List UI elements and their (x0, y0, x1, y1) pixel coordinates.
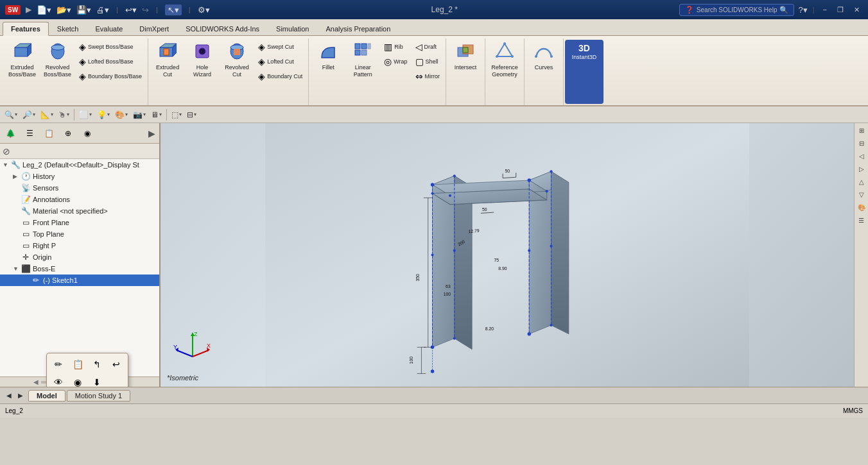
model-tab[interactable]: Model (28, 390, 65, 402)
rp-btn-7[interactable]: 🎨 (856, 201, 867, 213)
mirror-icon: ⇔ (415, 71, 423, 81)
sensors-item[interactable]: ▶ 📡 Sensors (0, 182, 159, 194)
ctx-props-btn[interactable]: 📋 (69, 356, 87, 373)
rp-btn-8[interactable]: ☰ (856, 214, 867, 226)
boundary-cut-btn[interactable]: ◈ Boundary Cut (255, 69, 306, 83)
linear-pattern-btn[interactable]: LinearPattern (346, 40, 379, 81)
history-icon: 🕐 (21, 172, 31, 181)
rib-btn[interactable]: ▥ Rib (381, 40, 410, 54)
close-btn[interactable]: ✕ (851, 4, 863, 15)
undo-btn[interactable]: ↩▾ (125, 5, 137, 15)
tab-features[interactable]: Features (3, 22, 49, 36)
ptab-configmanager[interactable]: 📋 (40, 125, 58, 142)
material-item[interactable]: ▶ 🔧 Material <not specified> (0, 205, 159, 217)
motion-study-tab[interactable]: Motion Study 1 (67, 390, 130, 402)
vt-scene-btn[interactable]: 📷▾ (131, 108, 148, 121)
tab-simulation[interactable]: Simulation (268, 22, 317, 35)
svg-text:12.79: 12.79 (468, 228, 480, 233)
ptab-propertymanager[interactable]: ☰ (21, 125, 39, 142)
rp-btn-6[interactable]: ▽ (856, 189, 867, 200)
origin-item[interactable]: ▶ ✛ Origin (0, 251, 159, 263)
filter-icon[interactable]: ⊘ (3, 146, 10, 156)
open-btn[interactable]: 📂▾ (56, 5, 71, 15)
shell-btn[interactable]: ▢ Shell (412, 55, 444, 69)
tab-sketch[interactable]: Sketch (49, 22, 87, 35)
hole-wizard-btn[interactable]: HoleWizard (186, 40, 219, 81)
top-plane-item[interactable]: ▶ ▭ Top Plane (0, 228, 159, 240)
ctx-view-btn[interactable]: ◉ (69, 374, 87, 387)
ctx-undo-btn[interactable]: ↩ (107, 356, 125, 373)
vt-expand-btn[interactable]: ⬚▾ (169, 108, 184, 121)
rp-btn-2[interactable]: ⊟ (856, 137, 867, 149)
swept-cut-btn[interactable]: ◈ Swept Cut (255, 40, 306, 54)
vt-display-btn[interactable]: 🖥▾ (149, 108, 164, 121)
redo-btn[interactable]: ↪ (142, 5, 149, 15)
front-plane-item[interactable]: ▶ ▭ Front Plane (0, 217, 159, 228)
vt-color-btn[interactable]: 🎨▾ (113, 108, 130, 121)
restore-btn[interactable]: ❐ (834, 4, 847, 15)
minimize-btn[interactable]: − (820, 4, 830, 15)
extruded-cut-btn[interactable]: ExtrudedCut (151, 40, 184, 81)
viewport[interactable]: 50 50 12.79 200 75 8.90 63 100 8.20 (161, 123, 854, 387)
lofted-boss-base-btn[interactable]: ◈ Lofted Boss/Base (76, 55, 145, 69)
select-btn[interactable]: ↖▾ (165, 4, 182, 15)
instant3d-btn[interactable]: 3D Instant3D (568, 41, 601, 63)
ctx-eye-btn[interactable]: 👁 (49, 374, 67, 387)
vt-cursor-btn[interactable]: 🖱▾ (56, 108, 71, 121)
bnav-right[interactable]: ▶ (15, 391, 26, 401)
revolved-boss-base-btn[interactable]: RevolvedBoss/Base (40, 40, 74, 81)
tab-analysis-prep[interactable]: Analysis Preparation (317, 22, 399, 35)
group-ref-geom: ReferenceGeometry (485, 38, 525, 105)
tree-root[interactable]: ▼ 🔧 Leg_2 (Default<<Default>_Display St (0, 159, 159, 171)
title-arrow[interactable]: ▶ (26, 5, 31, 14)
extruded-boss-base-btn[interactable]: ExtrudedBoss/Base (5, 40, 39, 81)
fillet-btn[interactable]: Fillet (311, 40, 345, 74)
reference-geometry-btn[interactable]: ReferenceGeometry (488, 40, 521, 81)
bnav-left[interactable]: ◀ (4, 391, 14, 401)
vt-split-btn[interactable]: ⊟▾ (185, 108, 198, 121)
history-item[interactable]: ▶ 🕐 History (0, 171, 159, 182)
options-btn[interactable]: ⚙▾ (198, 5, 210, 15)
revolved-boss-base-label: RevolvedBoss/Base (44, 64, 71, 78)
swept-boss-base-btn[interactable]: ◈ Swept Boss/Base (76, 40, 145, 54)
tab-evaluate[interactable]: Evaluate (87, 22, 132, 35)
ptab-display[interactable]: ◉ (78, 125, 96, 142)
bottom-nav: ◀ ▶ (1, 391, 28, 401)
ctx-down-btn[interactable]: ⬇ (88, 374, 106, 387)
status-left: Leg_2 (5, 407, 23, 414)
rp-btn-4[interactable]: ▷ (856, 163, 867, 174)
vt-cube-btn[interactable]: ⬜▾ (77, 108, 94, 121)
boundary-boss-base-btn[interactable]: ◈ Boundary Boss/Base (76, 69, 145, 83)
vt-light-btn[interactable]: 💡▾ (95, 108, 112, 121)
wrap-btn[interactable]: ◎ Wrap (381, 55, 410, 69)
mirror-btn[interactable]: ⇔ Mirror (412, 69, 444, 83)
vt-search-btn[interactable]: 🔍▾ (3, 108, 19, 121)
help-search[interactable]: ❓ Search SOLIDWORKS Help 🔍 (679, 4, 795, 16)
vt-zoom-btn[interactable]: 🔎▾ (21, 108, 37, 121)
boss-extrude-item[interactable]: ▼ ⬛ Boss-E (0, 263, 159, 275)
ctx-edit-btn[interactable]: ✏ (49, 356, 67, 373)
lofted-cut-btn[interactable]: ◈ Lofted Cut (255, 55, 306, 69)
save-btn[interactable]: 💾▾ (76, 5, 91, 15)
draft-icon: ◁ (415, 42, 422, 52)
sketch1-item[interactable]: ▶ ✏ (-) Sketch1 (0, 275, 159, 286)
right-plane-item[interactable]: ▶ ▭ Right P (0, 240, 159, 251)
rp-btn-1[interactable]: ⊞ (856, 124, 867, 136)
print-btn[interactable]: 🖨▾ (96, 5, 109, 15)
new-btn[interactable]: 📄▾ (37, 5, 51, 15)
curves-btn[interactable]: Curves (527, 40, 560, 74)
ptab-dxpert[interactable]: ⊕ (59, 125, 77, 142)
rp-btn-5[interactable]: △ (856, 176, 867, 187)
rp-btn-3[interactable]: ◁ (856, 150, 867, 162)
revolved-cut-btn[interactable]: RevolvedCut (220, 40, 254, 81)
tab-solidworks-addins[interactable]: SOLIDWORKS Add-Ins (177, 22, 268, 35)
draft-btn[interactable]: ◁ Draft (412, 40, 444, 54)
ptab-featuretree[interactable]: 🌲 (1, 125, 19, 142)
help-question[interactable]: ?▾ (798, 5, 807, 15)
annotations-item[interactable]: ▶ 📝 Annotations (0, 194, 159, 205)
tab-dimxpert[interactable]: DimXpert (131, 22, 177, 35)
ctx-feature-btn[interactable]: ↰ (88, 356, 106, 373)
vt-measure-btn[interactable]: 📐▾ (39, 108, 55, 121)
intersect-btn[interactable]: Intersect (449, 40, 482, 74)
panel-expand-arrow[interactable]: ▶ (146, 128, 158, 139)
